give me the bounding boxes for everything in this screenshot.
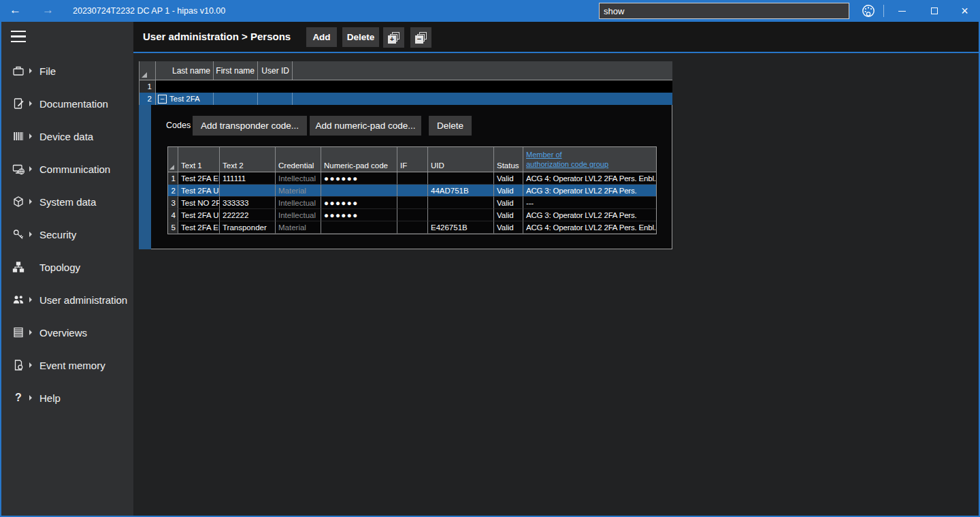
question-icon: ? xyxy=(11,391,26,405)
codes-label: Codes xyxy=(166,116,191,136)
text1-cell: Test 2FA EN xyxy=(178,172,220,185)
persons-table: Last name First name User ID 1 2 − Test … xyxy=(139,61,672,105)
titlebar: ← → 20230724T2232 DC AP 1 - hipas v10.00… xyxy=(0,0,980,22)
text1-cell: Test 2FA US xyxy=(178,209,220,221)
column-header-first-name[interactable]: First name xyxy=(214,61,258,80)
text2-cell: Transponder xyxy=(220,221,276,234)
person-row-selected[interactable]: 2 − Test 2FA xyxy=(140,93,672,105)
expanded-row-stripe xyxy=(139,105,151,249)
code-row[interactable]: 5 Test 2FA EN Transponder Material E4267… xyxy=(168,221,656,234)
sidebar-item-label: System data xyxy=(39,196,96,208)
text2-cell: 333333 xyxy=(220,197,276,209)
add-numeric-pad-code-button[interactable]: Add numeric-pad code... xyxy=(310,116,421,136)
text1-cell: Test NO 2FA xyxy=(178,197,220,209)
numeric-pad-code-cell: ●●●●●● xyxy=(321,209,397,221)
add-button[interactable]: Add xyxy=(306,27,337,47)
person-row[interactable]: 1 xyxy=(140,80,672,93)
sidebar-item-label: Communication xyxy=(39,163,110,175)
member-of-acg-cell: ACG 3: Operator LVL2 2FA Pers. xyxy=(523,209,656,221)
row-number[interactable]: 2 xyxy=(140,93,156,105)
last-name-cell: − Test 2FA xyxy=(156,93,214,105)
codes-delete-button[interactable]: Delete xyxy=(429,116,472,136)
collapse-all-button[interactable]: − xyxy=(410,27,431,48)
row-number[interactable]: 5 xyxy=(168,221,178,234)
hamburger-menu-icon[interactable] xyxy=(11,31,26,42)
sidebar-item-event-memory[interactable]: Event memory xyxy=(1,349,133,381)
row-number[interactable]: 1 xyxy=(168,172,178,185)
code-row-selected[interactable]: 2 Test 2FA US Material 44AD751B Valid AC… xyxy=(168,185,656,197)
delete-button[interactable]: Delete xyxy=(342,27,379,47)
row-number[interactable]: 4 xyxy=(168,209,178,221)
chevron-right-icon xyxy=(29,395,32,401)
barcode-icon xyxy=(11,129,26,143)
cube-icon xyxy=(11,195,26,208)
sidebar-item-communication[interactable]: Communication xyxy=(1,153,133,185)
add-transponder-code-button[interactable]: Add transponder code... xyxy=(193,116,307,136)
sidebar-item-user-administration[interactable]: User administration xyxy=(1,283,133,316)
sidebar-item-topology[interactable]: Topology xyxy=(1,251,133,283)
credential-cell: Intellectual xyxy=(276,172,321,185)
search-input[interactable] xyxy=(599,3,849,19)
expand-all-button[interactable]: + xyxy=(383,27,404,48)
column-header-text1[interactable]: Text 1 xyxy=(178,147,220,172)
sidebar-item-system-data[interactable]: System data xyxy=(1,185,133,218)
titlebar-divider xyxy=(883,5,884,17)
if-cell xyxy=(397,185,428,197)
content-area: User administration > Persons Add Delete… xyxy=(133,22,979,516)
column-header-numeric-pad-code[interactable]: Numeric-pad code xyxy=(321,147,397,172)
select-all-corner[interactable] xyxy=(140,61,156,80)
sidebar-item-help[interactable]: ? Help xyxy=(1,381,133,414)
sidebar-item-documentation[interactable]: Documentation xyxy=(1,87,133,120)
chevron-right-icon xyxy=(29,134,32,139)
row-number[interactable]: 2 xyxy=(168,185,178,197)
accent-divider xyxy=(133,52,979,53)
if-cell xyxy=(397,209,428,221)
collapse-row-toggle[interactable]: − xyxy=(158,95,167,104)
minimize-button[interactable] xyxy=(887,0,917,22)
column-header-text2[interactable]: Text 2 xyxy=(220,147,276,172)
column-header-credential[interactable]: Credential xyxy=(276,147,321,172)
status-cell: Valid xyxy=(494,221,523,234)
sidebar: File Documentation Device data xyxy=(1,22,133,516)
row-number[interactable]: 1 xyxy=(140,80,156,93)
sidebar-item-file[interactable]: File xyxy=(1,54,133,87)
column-header-uid[interactable]: UID xyxy=(428,147,494,172)
select-all-corner[interactable] xyxy=(168,147,178,172)
person-row-filler xyxy=(293,93,672,105)
codes-table-header: Text 1 Text 2 Credential Numeric-pad cod… xyxy=(168,147,656,172)
sidebar-item-label: Event memory xyxy=(39,360,105,371)
code-row[interactable]: 1 Test 2FA EN 111111 Intellectual ●●●●●●… xyxy=(168,172,656,185)
column-header-user-id[interactable]: User ID xyxy=(258,61,293,80)
codes-panel: Codes Add transponder code... Add numeri… xyxy=(151,105,672,249)
sidebar-item-overviews[interactable]: Overviews xyxy=(1,316,133,349)
credential-cell: Material xyxy=(276,221,321,234)
chevron-right-icon xyxy=(29,101,32,106)
row-number[interactable]: 3 xyxy=(168,197,178,209)
codes-table: Text 1 Text 2 Credential Numeric-pad cod… xyxy=(167,146,657,234)
column-header-last-name[interactable]: Last name xyxy=(156,61,214,80)
code-row[interactable]: 3 Test NO 2FA 333333 Intellectual ●●●●●●… xyxy=(168,197,656,209)
code-row[interactable]: 4 Test 2FA US 222222 Intellectual ●●●●●●… xyxy=(168,209,656,221)
credential-cell: Intellectual xyxy=(276,197,321,209)
corner-triangle-icon xyxy=(142,72,147,78)
expand-all-icon: + xyxy=(388,32,399,44)
numeric-pad-code-cell xyxy=(321,185,397,197)
monitor-globe-icon xyxy=(11,162,26,176)
column-header-member-of-acg: Member of authorization code group xyxy=(523,147,656,172)
sidebar-item-label: Topology xyxy=(39,262,80,273)
close-button[interactable]: × xyxy=(949,0,980,22)
back-arrow-icon[interactable]: ← xyxy=(10,0,21,22)
sidebar-item-security[interactable]: Security xyxy=(1,218,133,251)
numeric-pad-code-cell: ●●●●●● xyxy=(321,197,397,209)
document-edit-icon xyxy=(11,97,26,110)
column-header-status[interactable]: Status xyxy=(494,147,523,172)
maximize-button[interactable] xyxy=(919,0,949,22)
member-of-acg-cell: ACG 4: Operator LVL2 2FA Pers. Enbl. xyxy=(523,221,656,234)
column-header-if[interactable]: IF xyxy=(397,147,428,172)
first-name-cell xyxy=(214,93,258,105)
forward-arrow-icon[interactable]: → xyxy=(42,0,54,22)
palette-icon[interactable] xyxy=(860,3,877,19)
sidebar-item-device-data[interactable]: Device data xyxy=(1,120,133,153)
users-icon xyxy=(11,293,26,307)
member-of-acg-link[interactable]: Member of authorization code group xyxy=(526,147,608,169)
